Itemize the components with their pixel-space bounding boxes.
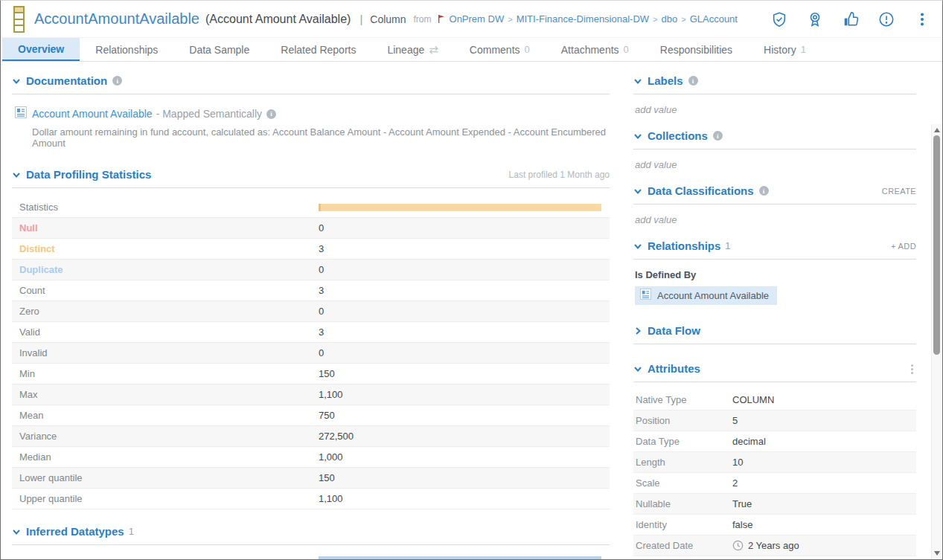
tab-lineage[interactable]: Lineage⇄	[371, 38, 453, 61]
stat-value: 150	[319, 472, 335, 483]
documentation-section: Documentation i Account Amount Available…	[12, 74, 610, 149]
tab-count: 0	[624, 44, 629, 55]
chevron-down-icon[interactable]	[633, 242, 642, 251]
create-button[interactable]: CREATE	[882, 187, 916, 196]
chevron-down-icon[interactable]	[12, 170, 21, 179]
stat-label: Upper quantile	[12, 493, 83, 504]
alert-circle-icon[interactable]	[878, 11, 895, 28]
divider	[633, 259, 916, 260]
header-separator: |	[359, 13, 362, 25]
kebab-menu-icon[interactable]	[913, 11, 930, 28]
attribute-value: decimal	[732, 436, 766, 447]
attribute-value-text: COLUMN	[732, 394, 774, 405]
relationships-section-title[interactable]: Relationships	[648, 239, 720, 252]
table-row: Position5	[633, 411, 916, 431]
tab-relationships[interactable]: Relationships	[80, 38, 173, 61]
classifications-section-title[interactable]: Data Classifications	[648, 184, 754, 197]
collections-section-title[interactable]: Collections	[648, 129, 708, 142]
tab-history[interactable]: History1	[748, 38, 822, 61]
attribute-label: Data Type	[633, 436, 680, 447]
header-actions	[770, 1, 930, 38]
tab-label: Comments	[470, 44, 520, 56]
divider	[633, 149, 916, 149]
thumbs-up-icon[interactable]	[842, 11, 859, 28]
info-icon[interactable]: i	[759, 186, 769, 196]
attributes-section-title[interactable]: Attributes	[648, 362, 700, 375]
table-row: Identityfalse	[633, 515, 916, 535]
certified-icon[interactable]	[806, 11, 823, 28]
chevron-down-icon[interactable]	[12, 77, 21, 86]
stat-value: 0	[319, 222, 324, 234]
tab-attachments[interactable]: Attachments0	[546, 38, 645, 61]
vertical-scrollbar[interactable]	[931, 124, 942, 559]
table-row: Length10	[633, 452, 916, 473]
relationship-group-label: Is Defined By	[635, 269, 916, 280]
add-relationship-button[interactable]: + ADD	[891, 242, 916, 251]
info-icon[interactable]: i	[688, 76, 698, 86]
dataflow-section-title[interactable]: Data Flow	[648, 324, 700, 337]
stat-value: 3	[319, 326, 324, 338]
attribute-value: 10	[732, 457, 743, 468]
stat-label: Zero	[12, 306, 39, 317]
attribute-label: Native Type	[633, 394, 686, 405]
term-icon	[640, 289, 651, 303]
breadcrumb-item[interactable]: MITI-Finance-Dimensional-DW	[517, 13, 649, 25]
profiling-section-title[interactable]: Data Profiling Statistics	[26, 168, 151, 181]
chevron-down-icon[interactable]	[12, 527, 21, 536]
table-row: Median1,000	[12, 447, 610, 468]
info-icon[interactable]: i	[713, 131, 723, 141]
breadcrumb-item[interactable]: GLAccount	[690, 13, 738, 25]
chevron-down-icon[interactable]	[633, 132, 642, 141]
chevron-right-icon[interactable]	[633, 326, 642, 335]
tab-count: 1	[801, 44, 806, 55]
collections-add-value[interactable]: add value	[635, 159, 916, 170]
chevron-down-icon[interactable]	[633, 364, 642, 373]
stat-label: Variance	[12, 431, 57, 442]
breadcrumb-item[interactable]: dbo	[662, 13, 678, 25]
relationship-items: Account Amount Available	[633, 280, 916, 306]
stat-value: 150	[319, 368, 335, 379]
inferred-datatypes-title[interactable]: Inferred Datatypes	[26, 525, 124, 538]
table-row: Lower quantile150	[12, 468, 610, 489]
chevron-down-icon[interactable]	[633, 187, 642, 196]
shield-check-icon[interactable]	[770, 11, 787, 28]
tab-overview[interactable]: Overview	[2, 38, 80, 61]
info-icon[interactable]: i	[266, 109, 276, 119]
breadcrumb-item[interactable]: OnPrem DW	[450, 13, 505, 25]
table-row: Zero0	[12, 301, 610, 322]
attribute-value-text: 10	[732, 457, 743, 468]
classifications-add-value[interactable]: add value	[635, 214, 916, 225]
documentation-section-title[interactable]: Documentation	[26, 74, 107, 87]
breadcrumb-separator: >	[508, 15, 512, 24]
labels-add-value[interactable]: add value	[635, 104, 916, 115]
info-icon[interactable]: i	[112, 76, 122, 86]
attribute-label: Created Date	[633, 540, 693, 551]
asset-type-label: Column	[370, 13, 406, 25]
attributes-table: Native TypeCOLUMNPosition5Data Typedecim…	[633, 390, 916, 556]
stat-label: Statistics	[12, 202, 58, 213]
attributes-menu-icon[interactable]	[911, 364, 913, 374]
scroll-up-arrow[interactable]	[934, 128, 940, 132]
related-term-chip[interactable]: Account Amount Available	[635, 286, 777, 305]
tab-responsibilities[interactable]: Responsibilities	[645, 38, 748, 61]
attribute-value: 2 Years ago	[732, 540, 799, 551]
right-pane: Labels i add value Collections i add val…	[633, 62, 916, 556]
labels-section-title[interactable]: Labels	[648, 74, 683, 87]
scroll-down-arrow[interactable]	[934, 551, 940, 556]
page-subtitle: (Account Amount Available)	[205, 13, 351, 26]
app-window: AccountAmountAvailable (Account Amount A…	[0, 0, 943, 560]
stat-label: Valid	[12, 326, 40, 338]
divider	[633, 204, 916, 205]
tab-data-sample[interactable]: Data Sample	[173, 38, 265, 61]
tab-related-reports[interactable]: Related Reports	[265, 38, 371, 61]
attribute-value-text: 2	[732, 477, 738, 489]
chevron-down-icon[interactable]	[633, 77, 642, 86]
attribute-value-text: 5	[732, 415, 738, 426]
collections-section: Collections i add value	[633, 129, 916, 170]
relationships-section: Relationships 1 + ADD Is Defined By Acco…	[633, 239, 916, 306]
attribute-value: 5	[732, 415, 738, 426]
term-link[interactable]: Account Amount Available	[32, 108, 153, 120]
related-term-label: Account Amount Available	[657, 290, 769, 301]
tab-comments[interactable]: Comments0	[454, 38, 546, 61]
scrollbar-thumb[interactable]	[933, 135, 940, 355]
